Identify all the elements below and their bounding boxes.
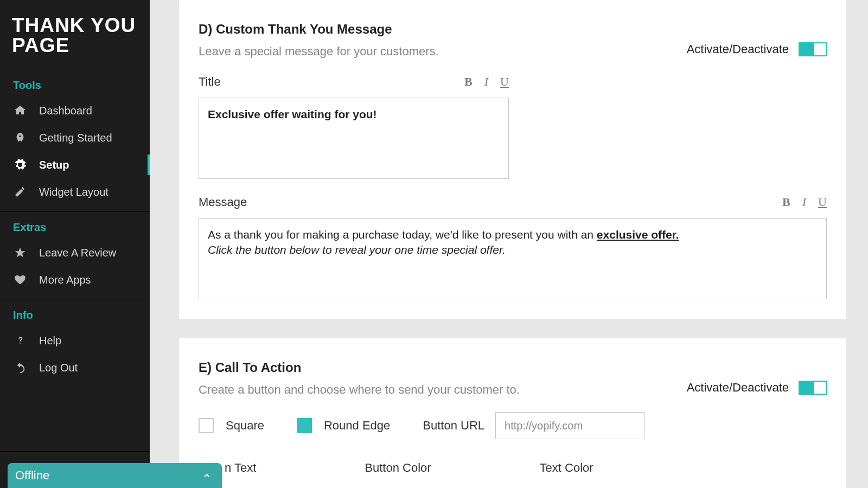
chevron-up-icon [202, 471, 211, 480]
bold-button[interactable]: B [782, 195, 790, 209]
italic-button[interactable]: I [484, 75, 488, 89]
star-icon [13, 246, 27, 260]
sidebar-item-help[interactable]: Help [0, 327, 150, 354]
sidebar-item-label: Log Out [39, 362, 78, 374]
text-color-label: Text Color [540, 461, 593, 475]
toggle-label: Activate/Deactivate [687, 381, 789, 395]
checkbox-round-edge[interactable] [297, 418, 312, 433]
section-e-desc: Create a button and choose where to send… [199, 383, 520, 397]
section-custom-thank-you: D) Custom Thank You Message Leave a spec… [179, 0, 846, 319]
toggle-label: Activate/Deactivate [687, 42, 789, 56]
italic-button[interactable]: I [802, 195, 806, 209]
sidebar-item-dashboard[interactable]: Dashboard [0, 97, 150, 124]
main-content: D) Custom Thank You Message Leave a spec… [150, 0, 868, 488]
undo-icon [13, 361, 27, 375]
sidebar-item-label: More Apps [39, 274, 91, 286]
section-d-title: D) Custom Thank You Message [199, 22, 439, 37]
rocket-icon [13, 131, 27, 145]
sidebar-item-widget-layout[interactable]: Widget Layout [0, 178, 150, 206]
sidebar-item-label: Help [39, 335, 61, 347]
offline-chat-widget[interactable]: Offline [8, 463, 222, 488]
title-value: Exclusive offer waiting for you! [208, 108, 377, 120]
divider [0, 211, 150, 211]
sidebar-item-label: Leave A Review [39, 247, 116, 259]
pencil-icon [13, 185, 27, 199]
title-format-toolbar: B I U [464, 75, 509, 89]
sidebar-item-label: Dashboard [39, 105, 92, 117]
heart-icon [13, 273, 27, 287]
button-color-label: Button Color [365, 461, 431, 475]
message-input[interactable]: As a thank you for making a purchase tod… [199, 218, 827, 299]
message-line2: Click the button below to reveal your on… [208, 243, 506, 256]
title-field-label: Title [199, 75, 221, 89]
divider [0, 299, 150, 299]
sidebar-item-logout[interactable]: Log Out [0, 354, 150, 381]
sidebar-item-more-apps[interactable]: More Apps [0, 266, 150, 293]
section-call-to-action: E) Call To Action Create a button and ch… [179, 338, 846, 488]
option-round-edge[interactable]: Round Edge [297, 418, 390, 433]
sidebar-item-setup[interactable]: Setup [0, 151, 150, 178]
question-icon [13, 333, 27, 348]
title-input[interactable]: Exclusive offer waiting for you! [199, 98, 509, 179]
button-url-label: Button URL [423, 419, 484, 433]
message-format-toolbar: B I U [782, 195, 827, 209]
underline-button[interactable]: U [500, 75, 509, 89]
sidebar-section-tools: Tools [0, 72, 150, 97]
sidebar-item-label: Setup [39, 159, 69, 171]
home-icon [13, 104, 27, 118]
sidebar: THANK YOU PAGE Tools Dashboard Getting S… [0, 0, 150, 488]
section-e-title: E) Call To Action [199, 360, 520, 375]
sidebar-section-extras: Extras [0, 214, 150, 239]
message-line1-part2: exclusive offer. [597, 228, 679, 241]
button-text-label: n Text [225, 461, 256, 475]
option-square-label: Square [226, 419, 264, 433]
section-d-toggle[interactable] [799, 42, 827, 56]
sidebar-item-label: Getting Started [39, 132, 112, 144]
section-e-toggle[interactable] [799, 381, 827, 395]
sidebar-item-getting-started[interactable]: Getting Started [0, 124, 150, 151]
button-url-input[interactable] [495, 412, 644, 439]
sidebar-section-info: Info [0, 301, 150, 327]
underline-button[interactable]: U [818, 195, 827, 209]
app-logo: THANK YOU PAGE [0, 0, 150, 72]
option-round-edge-label: Round Edge [324, 419, 390, 433]
sidebar-item-leave-review[interactable]: Leave A Review [0, 239, 150, 266]
option-square[interactable]: Square [199, 418, 264, 433]
section-d-desc: Leave a special message for your custome… [199, 44, 439, 59]
message-line1-part1: As a thank you for making a purchase tod… [208, 228, 597, 241]
gear-icon [13, 158, 27, 172]
sidebar-item-label: Widget Layout [39, 186, 108, 198]
message-field-label: Message [199, 195, 247, 209]
bold-button[interactable]: B [464, 75, 473, 89]
checkbox-square[interactable] [199, 418, 214, 433]
offline-label: Offline [15, 468, 49, 483]
